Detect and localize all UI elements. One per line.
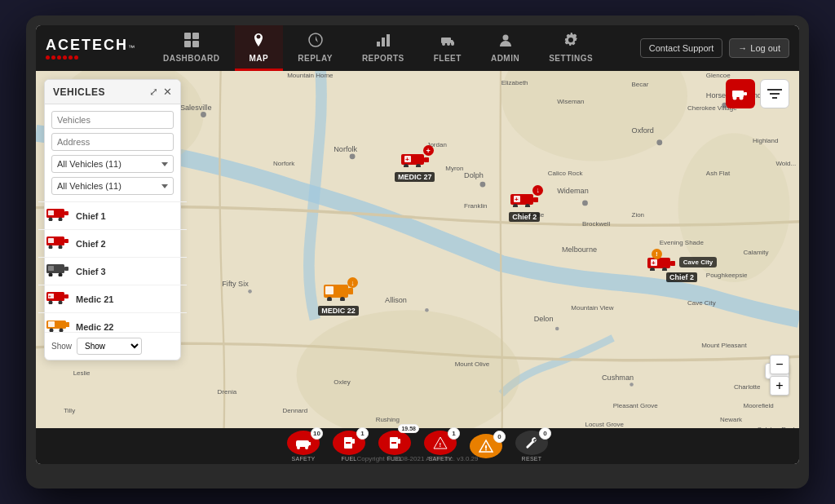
svg-rect-160 <box>398 439 400 444</box>
main-content: Salesville Norfolk Dolph Wideman Oxford … <box>36 71 799 428</box>
svg-text:Zion: Zion <box>632 211 645 219</box>
svg-text:Glencoe: Glencoe <box>706 72 731 79</box>
logo-area: ACETECH ™ <box>46 37 135 60</box>
svg-rect-109 <box>670 261 675 266</box>
copyright: Copyright © 2008-2021 ATSR Inc. v3.0.29 <box>357 455 479 462</box>
marker-chief2-right[interactable]: + Cave City ! Chief 2 <box>647 253 717 282</box>
list-item[interactable]: Chief 1 <box>38 202 187 230</box>
vehicle-filter-2[interactable]: All Vehicles (11) <box>51 177 174 195</box>
zoom-controls: − + <box>770 355 789 396</box>
contact-support-button[interactable]: Contact Support <box>640 38 723 58</box>
svg-point-27 <box>555 327 559 331</box>
logo-text: ACETECH <box>46 37 128 54</box>
nav-reports[interactable]: REPORTS <box>347 25 419 71</box>
svg-rect-6 <box>382 38 385 46</box>
svg-point-26 <box>425 308 429 312</box>
map-filter-button[interactable] <box>760 79 789 108</box>
medic22-badge: ↓ <box>347 277 358 288</box>
status-maint-label: RESET <box>522 456 542 462</box>
svg-text:Tilly: Tilly <box>64 407 75 414</box>
marker-medic27[interactable]: + + MEDIC 27 <box>395 149 435 182</box>
reports-icon <box>375 32 391 52</box>
svg-rect-122 <box>64 211 68 215</box>
vehicle-name-chief1: Chief 1 <box>76 211 106 221</box>
nav-admin[interactable]: ADMIN <box>476 25 534 71</box>
warning-icon: ! <box>433 435 448 450</box>
status-safety-label: SAFETY <box>291 456 315 462</box>
chief2-right-label: Chief 2 <box>666 272 697 282</box>
svg-rect-123 <box>48 210 54 215</box>
logo-dot-3 <box>57 55 61 60</box>
list-item[interactable]: Chief 3 <box>38 258 187 285</box>
svg-rect-143 <box>66 322 69 327</box>
marker-medic22[interactable]: ↓ MEDIC 22 <box>318 281 359 316</box>
nav-fleet[interactable]: FLEET <box>419 25 476 71</box>
logout-button[interactable]: → Log out <box>729 38 789 58</box>
vehicle-search-input[interactable] <box>51 111 174 129</box>
logo-dot-6 <box>74 55 78 60</box>
svg-point-12 <box>502 34 508 40</box>
fleet-icon <box>440 32 456 52</box>
svg-text:Mountain Home: Mountain Home <box>287 72 334 79</box>
show-select[interactable]: Show <box>77 338 142 355</box>
svg-rect-133 <box>48 266 54 271</box>
svg-text:Evening Shade: Evening Shade <box>660 239 705 246</box>
svg-point-116 <box>733 96 737 100</box>
fuel2-icon <box>388 435 401 450</box>
svg-point-18 <box>201 112 206 117</box>
svg-text:!: ! <box>440 441 442 449</box>
svg-rect-157 <box>352 439 355 444</box>
status-safety[interactable]: 10 SAFETY <box>287 431 320 462</box>
svg-point-10 <box>447 42 450 46</box>
svg-point-25 <box>248 290 252 294</box>
medic27-badge: + <box>423 145 434 156</box>
svg-text:Drenia: Drenia <box>218 388 237 396</box>
svg-rect-144 <box>48 321 55 327</box>
laptop-shell: ACETECH ™ <box>26 15 809 489</box>
marker-chief2-mid[interactable]: + ↓ Chief 2 <box>509 189 540 222</box>
map-container[interactable]: Salesville Norfolk Dolph Wideman Oxford … <box>36 71 799 428</box>
filter-lines-icon <box>767 88 782 99</box>
svg-point-20 <box>479 182 485 188</box>
list-item[interactable]: Medic 22 <box>38 313 187 332</box>
zoom-in-button[interactable]: + <box>770 376 789 396</box>
car-icon <box>295 436 311 449</box>
logo-tm: ™ <box>128 44 135 51</box>
vehicle-type-filter-button[interactable] <box>726 79 755 108</box>
nav-settings[interactable]: SETTINGS <box>534 25 607 71</box>
svg-point-19 <box>350 153 356 159</box>
svg-rect-137 <box>64 294 68 298</box>
medic27-label: MEDIC 27 <box>395 172 435 182</box>
list-item[interactable]: Chief 2 <box>38 230 187 258</box>
svg-text:Moorefield: Moorefield <box>744 402 774 409</box>
list-item[interactable]: + Medic 21 <box>38 285 187 313</box>
panel-expand-button[interactable]: ⤢ <box>149 86 158 98</box>
panel-close-button[interactable]: ✕ <box>163 86 172 98</box>
app-header: ACETECH ™ <box>36 25 799 71</box>
vehicle-list: Chief 1 <box>38 201 187 332</box>
svg-rect-8 <box>441 38 451 43</box>
vehicles-panel: VEHICLES ⤢ ✕ All Vehicles (11) <box>44 79 181 360</box>
alert-count: 0 <box>493 431 506 443</box>
header-actions: Contact Support → Log out <box>640 38 789 58</box>
status-maintenance[interactable]: 0 RESET <box>515 431 548 462</box>
address-search-input[interactable] <box>51 133 174 151</box>
svg-text:Mount Pleasant: Mount Pleasant <box>701 342 747 349</box>
vehicle-name-medic21: Medic 21 <box>76 294 113 304</box>
svg-point-134 <box>49 273 53 277</box>
nav-map[interactable]: MAP <box>235 25 284 71</box>
svg-point-141 <box>59 301 63 305</box>
svg-text:Brockwell: Brockwell <box>582 220 610 228</box>
zoom-out-button[interactable]: − <box>770 355 789 374</box>
nav-replay[interactable]: REPLAY <box>283 25 347 71</box>
svg-text:Highland: Highland <box>753 137 779 144</box>
svg-text:+: + <box>405 156 409 163</box>
nav-replay-label: REPLAY <box>298 54 333 63</box>
svg-rect-127 <box>64 239 68 243</box>
svg-text:Elizabeth: Elizabeth <box>501 79 528 86</box>
dashboard-icon <box>183 32 200 52</box>
nav-dashboard[interactable]: DASHBOARD <box>148 25 235 71</box>
status-bar: 10 SAFETY 1 FUEL <box>36 428 799 464</box>
vehicle-filter-1[interactable]: All Vehicles (11) <box>51 155 174 173</box>
svg-text:Norfork: Norfork <box>273 160 294 167</box>
